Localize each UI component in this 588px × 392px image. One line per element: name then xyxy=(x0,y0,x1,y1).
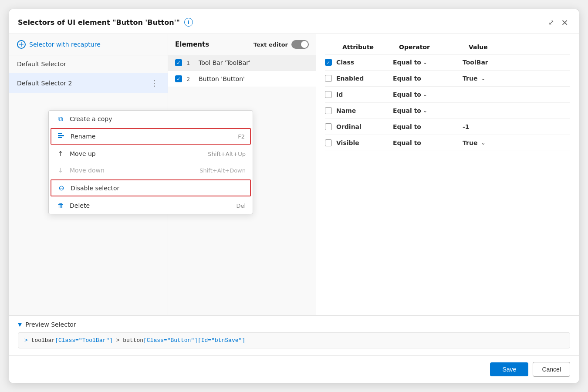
left-panel: + Selector with recapture Default Select… xyxy=(9,34,168,315)
menu-item-disable-label: Disable selector xyxy=(71,185,119,192)
menu-item-copy-left: ⧉ Create a copy xyxy=(56,115,112,123)
menu-item-moveup-label: Move up xyxy=(70,150,96,157)
preview-button-part: button xyxy=(123,337,143,344)
text-editor-toggle[interactable]: Text editor xyxy=(253,40,309,49)
attr-header-row: Attribute Operator Value xyxy=(325,38,570,54)
attr-name-name: Name xyxy=(336,107,389,114)
selector-item-label-2: Default Selector 2 xyxy=(17,80,72,87)
main-dialog: Selectors of UI element "Button 'Button'… xyxy=(9,9,579,383)
rename-icon xyxy=(57,132,66,140)
attr-op-ordinal: Equal to xyxy=(393,123,458,130)
attr-checkbox-ordinal[interactable] xyxy=(325,123,332,130)
info-icon[interactable]: i xyxy=(184,18,193,27)
menu-item-delete-label: Delete xyxy=(70,202,90,209)
menu-item-rename[interactable]: Rename F2 xyxy=(51,128,251,145)
attr-op-name: Equal to ⌄ xyxy=(393,107,458,114)
menu-item-moveup-shortcut: Shift+Alt+Up xyxy=(208,151,246,157)
dialog-header: Selectors of UI element "Button 'Button'… xyxy=(9,9,579,34)
disable-icon: ⊖ xyxy=(57,184,66,192)
menu-item-copy-label: Create a copy xyxy=(70,115,112,122)
preview-button-attr: [Class="Button"][Id="btnSave"] xyxy=(143,337,245,344)
elements-header: Elements Text editor xyxy=(168,34,316,55)
toggle-knob xyxy=(301,41,308,48)
element-name-1: Tool Bar 'ToolBar' xyxy=(199,59,250,66)
attr-row-class: Class Equal to ⌄ ToolBar xyxy=(325,54,570,71)
attr-val-visible-text: True xyxy=(463,139,477,146)
add-selector-button[interactable]: + Selector with recapture xyxy=(9,34,168,55)
attr-checkbox-id[interactable] xyxy=(325,91,332,98)
preview-section: ▼ Preview Selector > toolbar[Class="Tool… xyxy=(9,315,579,355)
preview-gt: > xyxy=(24,337,31,344)
attr-val-enabled-text: True xyxy=(463,75,477,82)
attr-val-enabled: True ⌄ xyxy=(463,75,570,82)
menu-item-movedown-left: ↓ Move down xyxy=(56,166,105,174)
selector-item-default[interactable]: Default Selector xyxy=(9,55,168,73)
attr-val-enabled-dropdown[interactable]: ⌄ xyxy=(481,75,485,81)
preview-code: > toolbar[Class="ToolBar"] > button[Clas… xyxy=(18,332,570,348)
attr-checkbox-enabled[interactable] xyxy=(325,75,332,82)
attr-val-class: ToolBar xyxy=(463,59,570,66)
attr-val-visible-dropdown[interactable]: ⌄ xyxy=(481,140,485,146)
move-up-icon: ↑ xyxy=(56,150,65,158)
menu-item-copy[interactable]: ⧉ Create a copy xyxy=(49,111,253,127)
element-name-2: Button 'Button' xyxy=(199,75,245,82)
attr-row-enabled: Enabled Equal to True ⌄ xyxy=(325,71,570,87)
dialog-body: + Selector with recapture Default Select… xyxy=(9,34,579,315)
text-editor-label: Text editor xyxy=(253,41,288,48)
copy-icon: ⧉ xyxy=(56,115,65,123)
text-editor-switch[interactable] xyxy=(291,40,309,49)
element-number-2: 2 xyxy=(186,76,194,82)
header-attribute: Attribute xyxy=(342,44,395,51)
menu-item-movedown-shortcut: Shift+Alt+Down xyxy=(199,167,246,174)
attr-op-class: Equal to ⌄ xyxy=(393,59,458,66)
attr-op-visible: Equal to xyxy=(393,139,458,146)
menu-item-moveup-left: ↑ Move up xyxy=(56,150,96,158)
attr-row-id: Id Equal to ⌄ xyxy=(325,87,570,103)
menu-item-disable[interactable]: ⊖ Disable selector xyxy=(51,179,251,196)
preview-toolbar-attr: [Class="ToolBar"] xyxy=(55,337,113,344)
menu-item-moveup[interactable]: ↑ Move up Shift+Alt+Up xyxy=(49,145,253,162)
dialog-footer: Save Cancel xyxy=(9,355,579,383)
element-checkbox-1[interactable] xyxy=(175,59,182,66)
selector-item-label: Default Selector xyxy=(17,61,66,68)
attr-op-id-dropdown[interactable]: ⌄ xyxy=(423,91,427,98)
selector-item-default2[interactable]: Default Selector 2 ⋮ xyxy=(9,73,168,93)
attr-checkbox-name[interactable] xyxy=(325,107,332,114)
save-button[interactable]: Save xyxy=(490,362,528,376)
attr-name-ordinal: Ordinal xyxy=(336,123,389,130)
svg-rect-2 xyxy=(58,137,62,138)
attr-op-ordinal-text: Equal to xyxy=(393,123,421,130)
preview-toolbar-part: toolbar xyxy=(31,337,55,344)
header-check-col xyxy=(325,44,338,51)
attr-row-ordinal: Ordinal Equal to -1 xyxy=(325,119,570,135)
attr-op-name-dropdown[interactable]: ⌄ xyxy=(423,108,427,114)
menu-item-movedown-label: Move down xyxy=(70,167,105,174)
close-icon[interactable]: × xyxy=(559,16,570,28)
menu-item-rename-left: Rename xyxy=(57,132,95,140)
menu-item-delete[interactable]: 🗑 Delete Del xyxy=(49,197,253,214)
attr-op-class-dropdown[interactable]: ⌄ xyxy=(423,59,427,65)
menu-item-rename-label: Rename xyxy=(71,133,95,140)
attr-checkbox-class[interactable] xyxy=(325,59,332,66)
selector-item-menu-icon[interactable]: ⋮ xyxy=(149,78,160,88)
attr-checkbox-visible[interactable] xyxy=(325,139,332,146)
menu-item-movedown[interactable]: ↓ Move down Shift+Alt+Down xyxy=(49,162,253,179)
elements-label: Elements xyxy=(175,41,209,48)
attr-row-name: Name Equal to ⌄ xyxy=(325,103,570,119)
plus-icon: + xyxy=(17,40,26,49)
menu-item-delete-shortcut: Del xyxy=(236,203,246,209)
attr-name-enabled: Enabled xyxy=(336,75,389,82)
expand-icon[interactable]: ⤢ xyxy=(547,17,556,28)
preview-header[interactable]: ▼ Preview Selector xyxy=(18,321,570,328)
cancel-button[interactable]: Cancel xyxy=(533,362,570,377)
attr-op-name-text: Equal to xyxy=(393,107,421,114)
preview-chevron-icon: ▼ xyxy=(18,321,22,328)
attr-name-visible: Visible xyxy=(336,139,389,146)
attr-name-id: Id xyxy=(336,91,389,98)
element-checkbox-2[interactable] xyxy=(175,75,182,82)
attr-op-enabled-text: Equal to xyxy=(393,75,421,82)
attr-op-visible-text: Equal to xyxy=(393,139,421,146)
attr-name-class: Class xyxy=(336,59,389,66)
element-row-2: 2 Button 'Button' xyxy=(168,71,316,87)
menu-item-disable-left: ⊖ Disable selector xyxy=(57,184,119,192)
